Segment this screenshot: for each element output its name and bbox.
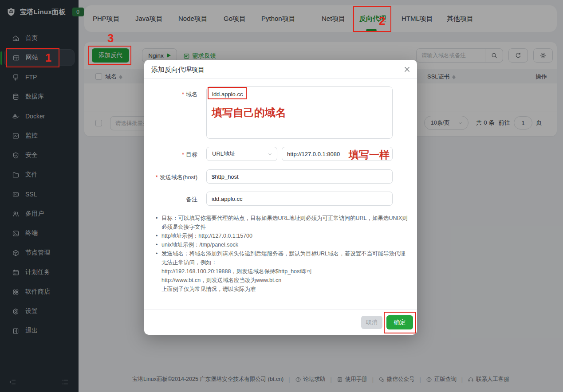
help-line: 发送域名：将域名添加到请求头传递到后端服务器，默认为目标URL域名，若设置不当可… bbox=[155, 249, 410, 294]
help-line: http地址示例：http://127.0.0.1:15700 bbox=[155, 231, 410, 240]
add-reverse-proxy-dialog: 添加反向代理项目 域名 idd.applo.cc 填写自己的域名 目标 URL地… bbox=[144, 60, 417, 335]
domain-textarea[interactable]: idd.applo.cc bbox=[206, 86, 393, 139]
domain-label: 域名 bbox=[144, 90, 197, 98]
close-icon[interactable] bbox=[403, 66, 411, 73]
remark-label: 备注 bbox=[144, 196, 197, 204]
help-line: 目标：可以填写你需要代理的站点，目标如果选URL地址则必须为可正常访问的URL，… bbox=[155, 214, 410, 231]
domain-value: idd.applo.cc bbox=[212, 91, 243, 98]
confirm-button[interactable]: 确定 bbox=[386, 315, 413, 329]
app-window: 宝塔Linux面板 0 首页 网站 1 FTP 数据库 bbox=[0, 0, 563, 392]
required-asterisk bbox=[156, 174, 160, 180]
cancel-button[interactable]: 取消 bbox=[361, 316, 382, 329]
target-label: 目标 bbox=[144, 151, 197, 159]
help-text-list: 目标：可以填写你需要代理的站点，目标如果选URL地址则必须为可正常访问的URL，… bbox=[155, 214, 410, 294]
help-line: unix地址示例：/tmp/panel.sock bbox=[155, 240, 410, 249]
dialog-header: 添加反向代理项目 bbox=[144, 60, 417, 79]
chevron-down-icon bbox=[268, 152, 272, 157]
divider bbox=[144, 310, 417, 310]
target-url-input[interactable] bbox=[282, 147, 393, 161]
required-asterisk bbox=[182, 91, 186, 98]
send-host-input[interactable] bbox=[206, 169, 393, 184]
send-host-label: 发送域名(host) bbox=[144, 173, 197, 181]
remark-input[interactable] bbox=[206, 192, 393, 206]
target-type-select[interactable]: URL地址 bbox=[206, 147, 277, 161]
dialog-title: 添加反向代理项目 bbox=[151, 60, 205, 79]
required-asterisk bbox=[182, 151, 186, 158]
